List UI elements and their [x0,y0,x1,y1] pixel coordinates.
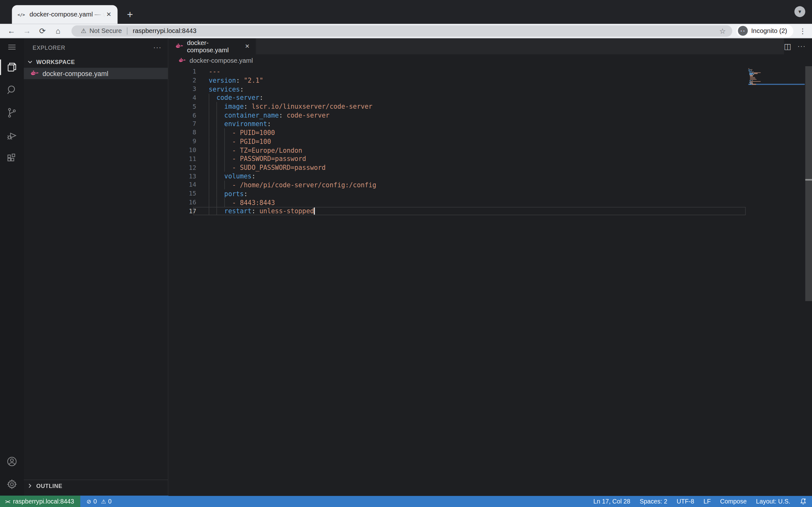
address-bar[interactable]: ⚠ Not Secure raspberrypi.local:8443 ☆ [71,25,732,37]
code-token: image [224,103,244,110]
indent-guide [209,189,209,198]
code-line[interactable]: 8- PUID=1000 [168,128,812,137]
code-line[interactable]: 2version: "2.1" [168,76,812,84]
indent-guide [224,146,225,154]
code-line[interactable]: 5image: lscr.io/linuxserver/code-server [168,102,812,111]
editor-tab-label: docker-compose.yaml [187,39,243,54]
code-token: : [259,94,263,101]
indent-guide [217,111,217,119]
file-item-docker-compose[interactable]: docker-compose.yaml [24,68,168,79]
reload-icon[interactable]: ⟳ [36,25,49,37]
code-token: - SUDO_PASSWORD=password [232,164,326,171]
explorer-icon[interactable] [0,56,24,78]
code-line[interactable]: 6container_name: code-server [168,111,812,119]
line-number: 4 [168,94,196,101]
tab-search-button[interactable]: ▼ [794,6,805,17]
back-icon[interactable]: ← [5,25,17,37]
omnibox-divider [127,27,128,35]
code-line[interactable]: 11- PASSWORD=password [168,154,812,163]
indent-guide [217,137,217,146]
code-token: : [267,120,271,128]
tab-close-icon[interactable]: ✕ [104,10,113,19]
indentation-status[interactable]: Spaces: 2 [640,498,667,505]
code-token: - 8443:8443 [232,199,275,206]
browser-menu-icon[interactable]: ⋮ [799,26,807,35]
indent-guide [209,146,209,154]
code-line[interactable]: 4code-server: [168,94,812,102]
indent-guide [217,102,217,111]
code-editor[interactable]: 1---2version: "2.1"3services:4code-serve… [168,66,812,496]
code-token: lscr.io/linuxserver/code-server [248,103,372,110]
remote-indicator[interactable]: >< raspberrypi.local:8443 [0,496,80,507]
editor-tab-bar: docker-compose.yaml ✕ ◫ ··· [168,38,812,55]
code-lines: 1---2version: "2.1"3services:4code-serve… [168,67,812,215]
indent-guide [224,198,225,207]
breadcrumb[interactable]: docker-compose.yaml [168,54,812,66]
editor-tab-docker-compose[interactable]: docker-compose.yaml ✕ [168,38,257,55]
account-icon[interactable] [0,450,24,473]
line-number: 10 [168,147,196,154]
chevron-right-icon [26,481,34,490]
new-tab-button[interactable]: + [123,7,137,22]
line-number: 8 [168,129,196,136]
indent-guide [209,163,209,172]
code-token: unless-stopped [255,207,314,215]
warnings-count: 0 [108,498,112,505]
line-number: 5 [168,103,196,110]
code-line[interactable]: 14- /home/pi/code-server/config:/config [168,181,812,189]
code-line[interactable]: 17restart: unless-stopped [168,207,812,216]
line-number: 7 [168,120,196,128]
code-line[interactable]: 3services: [168,84,812,93]
indent-guide [217,172,217,180]
search-icon[interactable] [0,78,24,101]
language-mode-status[interactable]: Compose [720,498,747,505]
code-token: : [279,111,283,119]
bookmark-star-icon[interactable]: ☆ [719,26,726,35]
indent-guide [224,128,225,137]
code-line[interactable]: 9- PGID=100 [168,137,812,146]
eol-status[interactable]: LF [704,498,711,505]
code-line[interactable]: 12- SUDO_PASSWORD=password [168,163,812,172]
indent-guide [209,128,209,137]
editor-actions-icon[interactable]: ··· [798,43,806,50]
code-line[interactable]: 13volumes: [168,172,812,180]
browser-tab[interactable]: </> docker-compose.yaml — work ✕ [12,5,118,24]
code-line[interactable]: 16- 8443:8443 [168,198,812,207]
not-secure-warning-icon[interactable]: ⚠ [81,27,87,35]
editor-tab-close-icon[interactable]: ✕ [243,42,252,51]
extensions-icon[interactable] [0,147,24,170]
keyboard-layout-status[interactable]: Layout: U.S. [756,498,791,505]
code-line[interactable]: 7environment: [168,119,812,128]
home-icon[interactable]: ⌂ [52,25,64,37]
notifications-bell-icon[interactable] [800,498,807,505]
problems-indicator[interactable]: ⊘ 0 ⚠ 0 [87,498,112,505]
line-number: 9 [168,138,196,145]
workspace-section-header[interactable]: WORKSPACE [24,56,168,68]
outline-section-header[interactable]: OUTLINE [24,480,168,491]
minimap[interactable] [748,68,805,85]
explorer-actions-icon[interactable]: ··· [153,43,161,51]
line-number: 12 [168,164,196,171]
code-line[interactable]: 1--- [168,67,812,76]
cursor-position-status[interactable]: Ln 17, Col 28 [594,498,630,505]
encoding-status[interactable]: UTF-8 [676,498,694,505]
settings-gear-icon[interactable] [0,473,24,496]
code-token: container_name [224,111,279,119]
code-token: services [209,85,240,93]
line-number: 13 [168,173,196,180]
code-token: - PGID=100 [232,137,271,145]
split-editor-icon[interactable]: ◫ [784,42,792,51]
line-number: 14 [168,181,196,188]
source-control-icon[interactable] [0,101,24,124]
indent-guide [224,181,225,189]
run-debug-icon[interactable] [0,124,24,147]
url-text[interactable]: raspberrypi.local:8443 [133,27,719,35]
forward-icon[interactable]: → [20,25,33,37]
incognito-badge[interactable]: 👓 Incognito (2) [736,25,793,37]
scrollbar-cursor-marker [805,179,812,180]
code-line[interactable]: 10- TZ=Europe/London [168,146,812,154]
warnings-icon: ⚠ [101,498,106,504]
editor-scrollbar[interactable] [805,66,812,301]
menu-hamburger-icon[interactable] [0,38,24,56]
code-line[interactable]: 15ports: [168,189,812,198]
